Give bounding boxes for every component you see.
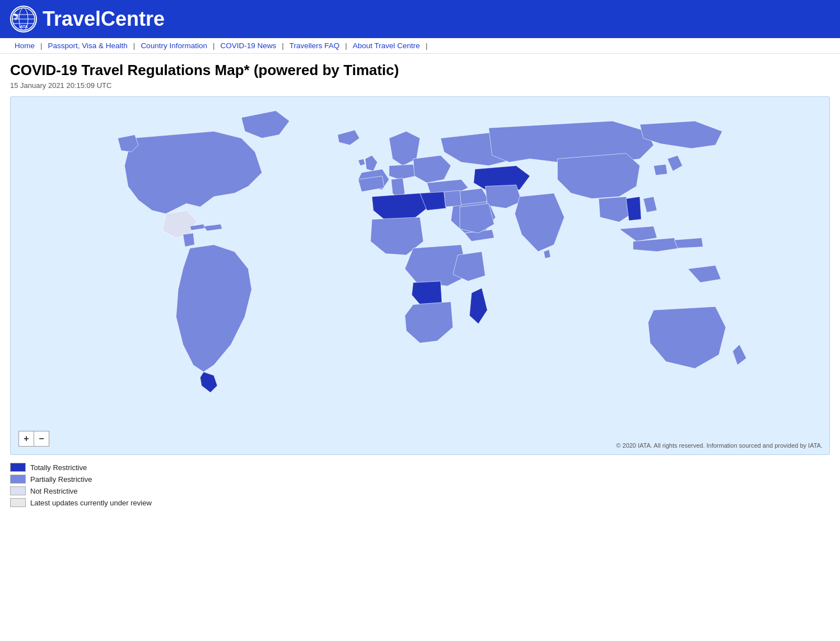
nav-sep-4: | — [281, 41, 285, 50]
legend-label-not: Not Restrictive — [30, 487, 78, 495]
site-title: TravelCentre — [43, 7, 165, 31]
nav-item-about[interactable]: About Travel Centre — [348, 41, 424, 50]
nav-item-country[interactable]: Country Information — [136, 41, 212, 50]
world-map[interactable] — [11, 97, 829, 454]
legend-label-review: Latest updates currently under review — [30, 499, 152, 507]
legend-swatch-review — [10, 498, 26, 507]
timestamp: 15 January 2021 20:15:09 UTC — [10, 81, 830, 90]
page-title: COVID-19 Travel Regulations Map* (powere… — [10, 62, 830, 79]
map-container[interactable]: + − © 2020 IATA. All rights reserved. In… — [10, 96, 830, 455]
header: IATA TravelCentre — [0, 0, 840, 38]
legend-item-review: Latest updates currently under review — [10, 498, 830, 507]
legend-label-partially: Partially Restrictive — [30, 475, 92, 484]
legend-swatch-not — [10, 486, 26, 495]
nav-item-pvh[interactable]: Passport, Visa & Health — [44, 41, 132, 50]
map-copyright: © 2020 IATA. All rights reserved. Inform… — [616, 442, 823, 449]
legend-item-totally: Totally Restrictive — [10, 463, 830, 472]
nav-sep-6: | — [424, 41, 429, 50]
legend-label-totally: Totally Restrictive — [30, 463, 87, 472]
legend-swatch-totally — [10, 463, 26, 472]
iata-logo-icon: IATA — [10, 6, 37, 32]
zoom-controls: + − — [18, 431, 49, 447]
legend-item-partially: Partially Restrictive — [10, 475, 830, 484]
content-area: COVID-19 Travel Regulations Map* (powere… — [0, 54, 840, 518]
nav-sep-5: | — [344, 41, 348, 50]
legend-swatch-partially — [10, 475, 26, 484]
nav-sep-1: | — [39, 41, 44, 50]
nav-item-faq[interactable]: Travellers FAQ — [285, 41, 344, 50]
zoom-out-button[interactable]: − — [34, 431, 49, 446]
zoom-in-button[interactable]: + — [19, 431, 34, 446]
svg-text:IATA: IATA — [19, 25, 27, 29]
legend: Totally Restrictive Partially Restrictiv… — [10, 463, 830, 507]
nav-item-home[interactable]: Home — [10, 41, 39, 50]
nav-item-covid[interactable]: COVID-19 News — [216, 41, 281, 50]
header-logo: IATA TravelCentre — [10, 6, 165, 32]
navigation: Home | Passport, Visa & Health | Country… — [0, 38, 840, 54]
legend-item-not: Not Restrictive — [10, 486, 830, 495]
nav-sep-3: | — [212, 41, 216, 50]
nav-sep-2: | — [132, 41, 137, 50]
